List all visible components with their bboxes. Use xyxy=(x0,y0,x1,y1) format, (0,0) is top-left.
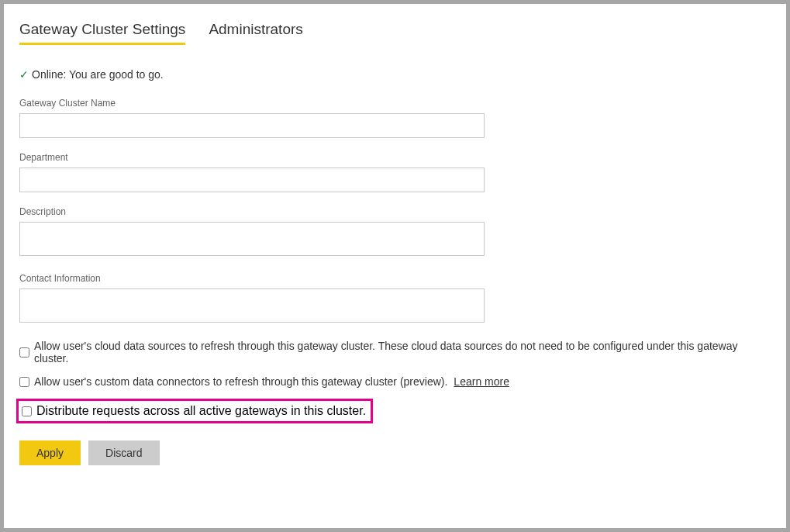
input-department[interactable] xyxy=(19,168,485,192)
field-department: Department xyxy=(19,152,771,192)
checkbox-row-cloud-refresh: Allow user's cloud data sources to refre… xyxy=(19,340,771,364)
checkbox-row-custom-connectors: Allow user's custom data connectors to r… xyxy=(19,375,771,388)
label-description: Description xyxy=(19,206,771,217)
tab-bar: Gateway Cluster Settings Administrators xyxy=(19,21,771,45)
learn-more-link[interactable]: Learn more xyxy=(454,375,509,388)
checkbox-label-cloud-refresh: Allow user's cloud data sources to refre… xyxy=(34,340,771,364)
label-cluster-name: Gateway Cluster Name xyxy=(19,98,771,109)
tab-gateway-cluster-settings[interactable]: Gateway Cluster Settings xyxy=(19,21,185,45)
checkbox-distribute-requests[interactable] xyxy=(22,406,32,416)
checkbox-label-distribute: Distribute requests across all active ga… xyxy=(36,404,366,418)
checkbox-label-custom-connectors: Allow user's custom data connectors to r… xyxy=(34,375,447,388)
discard-button[interactable]: Discard xyxy=(88,440,159,465)
checkmark-icon: ✓ xyxy=(19,69,29,80)
label-department: Department xyxy=(19,152,771,163)
checkbox-custom-connectors[interactable] xyxy=(19,377,29,387)
input-description[interactable] xyxy=(19,222,485,256)
field-cluster-name: Gateway Cluster Name xyxy=(19,98,771,138)
status-row: ✓ Online: You are good to go. xyxy=(19,68,771,81)
apply-button[interactable]: Apply xyxy=(19,440,81,465)
field-description: Description xyxy=(19,206,771,259)
tab-administrators[interactable]: Administrators xyxy=(209,21,302,45)
settings-panel: Gateway Cluster Settings Administrators … xyxy=(4,4,786,528)
checkbox-cloud-refresh[interactable] xyxy=(19,347,29,358)
label-contact: Contact Information xyxy=(19,273,771,284)
highlighted-option: Distribute requests across all active ga… xyxy=(16,399,373,423)
input-cluster-name[interactable] xyxy=(19,113,485,138)
input-contact[interactable] xyxy=(19,288,485,323)
status-text: Online: You are good to go. xyxy=(32,68,164,81)
field-contact: Contact Information xyxy=(19,273,771,326)
button-row: Apply Discard xyxy=(19,440,771,465)
